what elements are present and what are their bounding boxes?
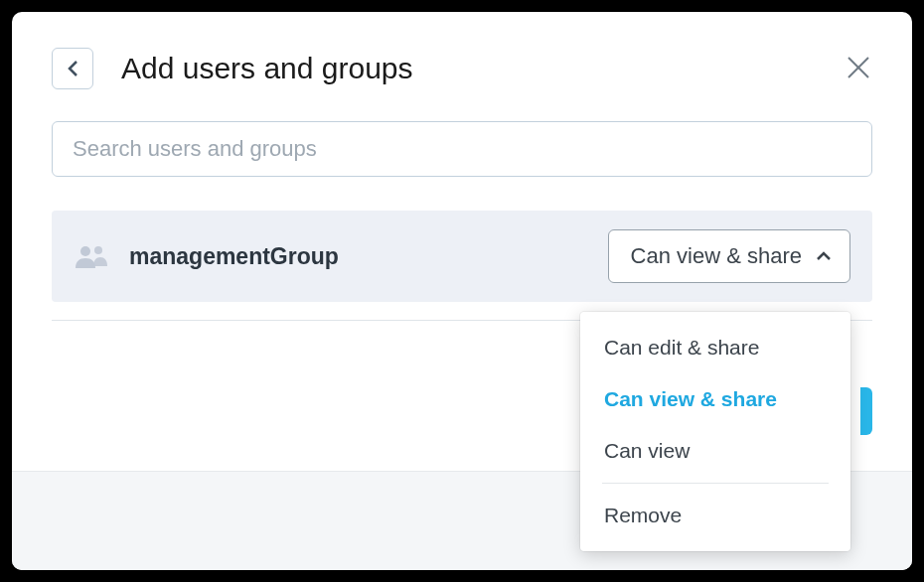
permission-menu: Can edit & share Can view & share Can vi… <box>580 312 850 551</box>
results-list: managementGroup Can view & share <box>12 193 912 321</box>
dialog-title: Add users and groups <box>121 52 413 85</box>
svg-point-3 <box>94 246 102 254</box>
permission-dropdown[interactable]: Can view & share <box>608 229 850 283</box>
permission-option-view[interactable]: Can view <box>580 425 850 477</box>
add-users-dialog: Add users and groups managementGroup <box>12 12 912 570</box>
dialog-header: Add users and groups <box>12 12 912 113</box>
permission-option-view-share[interactable]: Can view & share <box>580 373 850 425</box>
close-icon <box>846 55 871 80</box>
permission-option-edit-share[interactable]: Can edit & share <box>580 322 850 373</box>
group-icon <box>74 241 107 271</box>
close-button[interactable] <box>845 54 872 81</box>
svg-point-2 <box>80 246 90 256</box>
permission-dropdown-label: Can view & share <box>631 243 802 269</box>
group-row: managementGroup Can view & share <box>52 211 872 302</box>
primary-action-button-edge[interactable] <box>860 387 872 435</box>
chevron-left-icon <box>68 60 78 77</box>
search-wrapper <box>12 113 912 193</box>
back-button[interactable] <box>52 48 93 89</box>
menu-separator <box>602 483 829 484</box>
group-name: managementGroup <box>129 243 608 270</box>
permission-option-remove[interactable]: Remove <box>580 490 850 541</box>
search-input[interactable] <box>52 121 872 177</box>
chevron-up-icon <box>816 251 832 261</box>
